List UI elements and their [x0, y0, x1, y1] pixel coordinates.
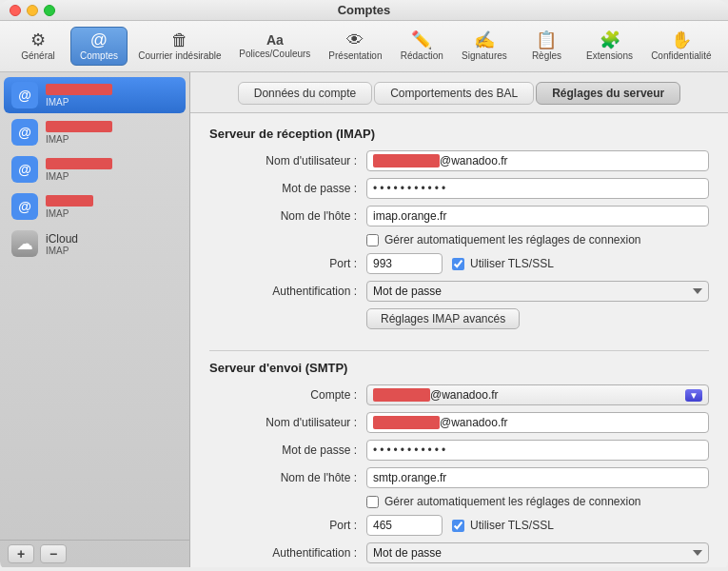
envoi-username-row: Nom d'utilisateur : @wanadoo.fr [209, 412, 709, 433]
reception-auth-select[interactable]: Mot de passe [366, 281, 709, 302]
toolbar-label-comptes: Comptes [80, 50, 118, 61]
envoi-port-label: Port : [209, 519, 366, 532]
minimize-button[interactable] [27, 5, 38, 16]
toolbar-item-courrier[interactable]: 🗑 Courrier indésirable [131, 28, 228, 65]
tab-reglages[interactable]: Réglages du serveur [536, 82, 680, 105]
envoi-compte-suffix: @wanadoo.fr [430, 388, 499, 402]
toolbar-item-polices[interactable]: Aa Polices/Couleurs [232, 30, 318, 63]
reception-password-input[interactable] [366, 178, 709, 199]
toolbar-item-regles[interactable]: 📋 Règles [518, 28, 575, 65]
envoi-compte-redacted [373, 388, 430, 402]
toolbar-label-regles: Règles [532, 50, 561, 61]
envoi-password-row: Mot de passe : [209, 440, 709, 461]
window-title: Comptes [338, 3, 391, 17]
account3-name-redacted [46, 158, 112, 169]
icloud-info: iCloud IMAP [46, 232, 78, 256]
main-content: @ IMAP @ IMAP @ IMAP [0, 72, 728, 567]
account4-name-redacted [46, 195, 93, 207]
envoi-username-suffix: @wanadoo.fr [440, 416, 508, 429]
envoi-password-input[interactable] [366, 440, 709, 461]
account3-icon: @ [11, 156, 38, 183]
reception-username-suffix: @wanadoo.fr [440, 154, 508, 167]
toolbar-item-redaction[interactable]: ✏️ Rédaction [393, 28, 450, 65]
sidebar-item-account1[interactable]: @ IMAP [4, 77, 186, 113]
reception-auto-checkbox[interactable] [366, 234, 379, 246]
reception-auth-value: Mot de passe [366, 281, 709, 302]
envoi-auth-label: Authentification : [209, 546, 366, 560]
envoi-auth-row: Authentification : Mot de passe [209, 542, 709, 563]
reception-auto-row: Gérer automatiquement les réglages de co… [209, 233, 709, 246]
toolbar-label-polices: Polices/Couleurs [239, 49, 310, 59]
reception-hostname-label: Nom de l'hôte : [209, 209, 366, 223]
toolbar-label-presentation: Présentation [328, 50, 382, 61]
envoi-compte-row: Compte : @wanadoo.fr ▼ [209, 384, 709, 405]
envoi-port-row: Port : Utiliser TLS/SSL [209, 515, 709, 536]
add-account-button[interactable]: + [8, 544, 34, 563]
reception-port-label: Port : [209, 257, 366, 270]
reception-password-row: Mot de passe : [209, 178, 709, 199]
reception-username-value: @wanadoo.fr [366, 150, 709, 171]
sidebar-item-icloud[interactable]: ☁ iCloud IMAP [4, 226, 186, 262]
toolbar-label-extensions: Extensions [586, 50, 633, 61]
account1-info: IMAP [46, 84, 112, 108]
account1-type: IMAP [46, 97, 112, 108]
sidebar-footer: + − [0, 540, 189, 567]
toolbar-item-comptes[interactable]: @ Comptes [70, 27, 128, 66]
reception-hostname-value [366, 206, 709, 226]
account4-icon: @ [11, 193, 38, 220]
account3-type: IMAP [46, 171, 112, 182]
envoi-auto-row: Gérer automatiquement les réglages de co… [209, 495, 709, 508]
envoi-hostname-row: Nom de l'hôte : [209, 467, 709, 488]
tab-comportements[interactable]: Comportements des BAL [374, 82, 534, 105]
envoi-ssl-checkbox[interactable] [452, 520, 464, 532]
edit-icon: ✏️ [411, 31, 432, 49]
account-list: @ IMAP @ IMAP @ IMAP [0, 72, 189, 540]
view-icon: 👁 [346, 31, 364, 49]
reception-hostname-row: Nom de l'hôte : [209, 206, 709, 226]
reception-auto-label: Gérer automatiquement les réglages de co… [384, 233, 641, 246]
sidebar-item-account2[interactable]: @ IMAP [4, 114, 186, 150]
maximize-button[interactable] [44, 5, 55, 16]
toolbar-label-general: Général [21, 50, 55, 61]
sidebar-item-account3[interactable]: @ IMAP [4, 151, 186, 187]
icloud-icon: ☁ [11, 230, 38, 257]
envoi-port-input[interactable] [366, 515, 443, 536]
account3-info: IMAP [46, 158, 112, 182]
remove-account-button[interactable]: − [40, 544, 67, 563]
envoi-hostname-input[interactable] [366, 467, 709, 488]
reception-port-row: Port : Utiliser TLS/SSL [209, 253, 709, 274]
reception-advanced-button[interactable]: Réglages IMAP avancés [366, 308, 520, 329]
toolbar-label-redaction: Rédaction [401, 50, 443, 61]
reception-ssl-group: Utiliser TLS/SSL [452, 257, 554, 270]
envoi-ssl-group: Utiliser TLS/SSL [452, 519, 554, 532]
reception-auth-label: Authentification : [209, 285, 366, 298]
titlebar: Comptes [0, 0, 728, 21]
toolbar-item-signatures[interactable]: ✍ Signatures [454, 28, 514, 65]
envoi-auto-checkbox[interactable] [366, 496, 379, 508]
envoi-compte-arrow: ▼ [685, 389, 702, 402]
reception-ssl-checkbox[interactable] [452, 258, 464, 270]
tab-bar: Données du compte Comportements des BAL … [190, 72, 728, 113]
envoi-compte-label: Compte : [209, 388, 366, 402]
toolbar-item-general[interactable]: ⚙ Général [10, 28, 67, 65]
icloud-type: IMAP [46, 246, 78, 256]
reception-hostname-input[interactable] [366, 206, 709, 226]
font-icon: Aa [266, 33, 284, 47]
toolbar-item-confidentialite[interactable]: ✋ Confidentialité [644, 28, 718, 65]
tab-donnees[interactable]: Données du compte [238, 82, 372, 105]
toolbar-item-presentation[interactable]: 👁 Présentation [322, 28, 389, 65]
at-icon: @ [90, 31, 108, 49]
envoi-auth-value: Mot de passe [366, 542, 709, 563]
rules-icon: 📋 [536, 31, 557, 49]
toolbar-item-extensions[interactable]: 🧩 Extensions [579, 28, 639, 65]
signature-icon: ✍ [474, 31, 495, 49]
close-button[interactable] [10, 5, 21, 16]
account1-icon: @ [11, 82, 38, 108]
envoi-auth-select[interactable]: Mot de passe [366, 542, 709, 563]
reception-password-value [366, 178, 709, 199]
reception-username-label: Nom d'utilisateur : [209, 154, 366, 167]
traffic-lights [10, 5, 55, 16]
reception-port-input[interactable] [366, 253, 443, 274]
sidebar-item-account4[interactable]: @ IMAP [4, 188, 186, 225]
envoi-compte-value: @wanadoo.fr ▼ [366, 384, 709, 405]
